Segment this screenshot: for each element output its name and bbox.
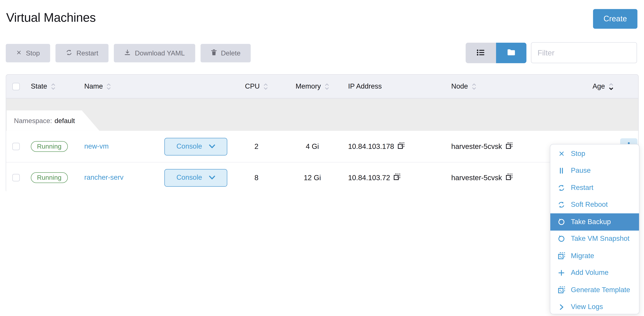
column-header-ip-address[interactable]: IP Address <box>339 75 442 98</box>
copy-icon[interactable] <box>506 173 512 182</box>
refresh-icon <box>557 184 566 192</box>
copy-icon[interactable] <box>394 173 400 182</box>
menu-item-pause[interactable]: Pause <box>550 162 639 179</box>
plus-icon <box>557 270 566 276</box>
list-icon <box>476 48 485 58</box>
page-title: Virtual Machines <box>6 11 96 25</box>
row-checkbox[interactable] <box>12 143 20 150</box>
restart-button[interactable]: Restart <box>56 44 108 62</box>
create-button[interactable]: Create <box>593 9 638 29</box>
vm-table: State Name CPU Memory IP Address Node <box>6 74 639 192</box>
backup-icon <box>557 218 566 226</box>
namespace-group-tab: Namespace: default <box>6 110 101 131</box>
column-header-name[interactable]: Name <box>78 75 164 98</box>
sort-carets <box>324 83 329 90</box>
menu-item-add-volume[interactable]: Add Volume <box>550 265 639 282</box>
column-header-state[interactable]: State <box>25 75 78 98</box>
download-icon <box>124 49 131 57</box>
namespace-group-band: Namespace: default <box>6 98 638 131</box>
sort-carets <box>264 83 268 90</box>
namespace-label: Namespace: <box>14 117 52 124</box>
state-badge: Running <box>31 141 68 152</box>
copy-icon[interactable] <box>398 142 404 151</box>
folder-icon <box>507 48 516 57</box>
cpu-value: 8 <box>227 173 286 182</box>
trash-icon <box>210 49 217 57</box>
console-button-label: Console <box>165 142 209 151</box>
column-header-node[interactable]: Node <box>442 75 548 98</box>
copy-icon <box>557 287 566 294</box>
chevron-down-icon[interactable] <box>209 176 227 180</box>
ip-address-value: 10.84.103.178 <box>348 142 394 151</box>
download-yaml-button[interactable]: Download YAML <box>114 44 195 62</box>
table-header-row: State Name CPU Memory IP Address Node <box>6 75 638 99</box>
restart-button-label: Restart <box>76 49 98 57</box>
sort-carets <box>472 83 476 90</box>
state-badge: Running <box>31 172 68 183</box>
menu-item-generate-template[interactable]: Generate Template <box>550 282 639 299</box>
sort-carets-active-desc <box>609 83 614 90</box>
console-button[interactable]: Console <box>164 169 227 186</box>
chevron-down-icon[interactable] <box>209 145 227 149</box>
row-checkbox[interactable] <box>12 174 20 181</box>
console-button-label: Console <box>165 173 209 182</box>
backup-icon <box>557 235 566 243</box>
menu-item-take-backup[interactable]: Take Backup <box>550 213 639 230</box>
select-all-checkbox[interactable] <box>12 83 20 90</box>
console-button[interactable]: Console <box>164 138 227 155</box>
memory-value: 12 Gi <box>286 173 339 182</box>
x-icon <box>557 151 566 157</box>
cpu-value: 2 <box>227 142 286 151</box>
virtual-machines-page: Virtual Machines Create Stop Restart Dow… <box>0 0 644 316</box>
table-row: Running rancher-serv Console 8 12 Gi 10.… <box>6 162 638 193</box>
column-header-cpu[interactable]: CPU <box>227 75 286 98</box>
delete-button[interactable]: Delete <box>200 44 251 62</box>
row-actions-menu: Stop Pause Restart Soft Reboot Take Back… <box>550 144 640 314</box>
node-value: harvester-5cvsk <box>451 142 502 151</box>
grouped-view-button[interactable] <box>496 43 526 63</box>
menu-item-take-vm-snapshot[interactable]: Take VM Snapshot <box>550 230 639 247</box>
ip-address-value: 10.84.103.72 <box>348 173 390 182</box>
sort-carets <box>106 83 111 90</box>
stop-button-label: Stop <box>26 49 40 57</box>
list-view-button[interactable] <box>466 43 496 63</box>
stop-button[interactable]: Stop <box>6 44 50 62</box>
column-header-memory[interactable]: Memory <box>286 75 339 98</box>
menu-item-stop[interactable]: Stop <box>550 145 639 162</box>
pause-icon <box>557 167 566 174</box>
vm-name-link[interactable]: rancher-serv <box>78 173 124 181</box>
sort-carets <box>51 83 56 90</box>
memory-value: 4 Gi <box>286 142 339 151</box>
menu-item-soft-reboot[interactable]: Soft Reboot <box>550 196 639 213</box>
view-mode-toggle <box>466 43 526 63</box>
filter-input[interactable] <box>531 42 637 63</box>
vm-name-link[interactable]: new-vm <box>78 142 109 150</box>
refresh-icon <box>66 49 72 57</box>
bulk-actions-toolbar: Stop Restart Download YAML Delete <box>6 44 251 62</box>
chevron-right-icon <box>557 304 566 310</box>
x-icon <box>16 49 22 57</box>
menu-item-migrate[interactable]: Migrate <box>550 247 639 265</box>
node-value: harvester-5cvsk <box>451 173 502 182</box>
menu-item-view-logs[interactable]: View Logs <box>550 299 639 314</box>
download-yaml-button-label: Download YAML <box>135 49 185 57</box>
delete-button-label: Delete <box>221 49 240 57</box>
refresh-icon <box>557 201 566 209</box>
table-row: Running new-vm Console 2 4 Gi 10.84.103.… <box>6 131 638 162</box>
column-header-age[interactable]: Age <box>548 75 638 98</box>
header-checkbox-cell <box>6 83 25 90</box>
menu-item-restart[interactable]: Restart <box>550 179 639 196</box>
copy-icon[interactable] <box>506 142 512 151</box>
copy-icon <box>557 253 566 260</box>
namespace-value: default <box>54 117 75 124</box>
